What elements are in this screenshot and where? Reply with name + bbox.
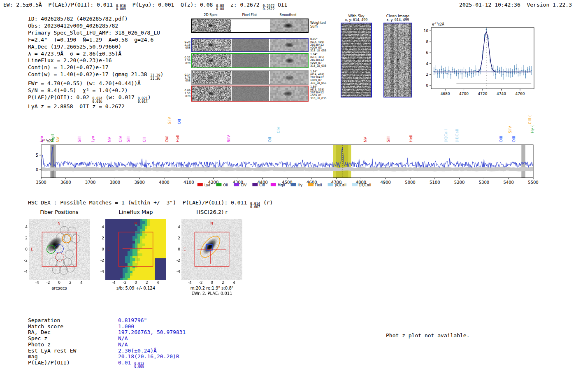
x-tick-label: -2 [197, 281, 205, 285]
fiber-xlabel: arcsecs [21, 286, 98, 290]
svg-text:OVI: OVI [165, 135, 169, 142]
line-labels: LyαMgIINVSiIILyαNVCIVSiIICIIOVISiIVHeIIO… [39, 115, 534, 142]
match-table-label: Match score [28, 324, 118, 330]
spec2d-left-value: 078 [183, 62, 190, 65]
zoom-spectrum-plot: 024681046804700472047404760e-17x2Å [420, 16, 576, 99]
match-table-row: Spec zN/A [28, 336, 186, 342]
svg-text:4000: 4000 [159, 180, 169, 185]
spec2d-cell-image [192, 86, 231, 101]
spec2d-cell-image [192, 39, 231, 51]
svg-text:CIV: CIV [118, 136, 123, 142]
info-line: S/N = 8.4(±0.5) χ² = 1.0(±0.2) [28, 87, 163, 94]
spec2d-row [191, 86, 309, 102]
with-sky-coords: x, y: 614, 499 [341, 18, 372, 22]
weighted-sum-label: WeightedSum [310, 21, 326, 28]
svg-text:SiII: SiII [126, 137, 130, 142]
plus-minus-stack: 21.3921.36 [150, 74, 160, 80]
plus-minus-stack: 0.0160.009 [116, 5, 126, 11]
svg-text:e-17x2Å: e-17x2Å [432, 22, 444, 26]
spec2d-cell-image [192, 54, 231, 67]
match-table-label: Separation [28, 318, 118, 324]
x-tick-label: 2 [66, 281, 74, 285]
y-tick-label: 0 [174, 247, 180, 251]
spec2d-row [191, 38, 309, 52]
spec2d-row-left-labels: 0.141.75058 [183, 74, 190, 82]
svg-text:4700: 4700 [459, 92, 469, 96]
svg-text:4900: 4900 [380, 180, 390, 185]
photz-note: Phot z plot not available. [386, 332, 470, 339]
info-line: P(LAE)/P(OII): 0.02 0.0240.016 (w: 0.017… [28, 94, 163, 103]
svg-text:Lyα: Lyα [39, 136, 44, 142]
clean-image-coords: x, y: 614, 499 [383, 18, 413, 22]
info-line: Cont(n) = 1.20(±0.07)e-17 [28, 64, 163, 71]
svg-text:4: 4 [426, 62, 428, 66]
svg-text:OIII: OIII [499, 136, 503, 142]
svg-text:Hγ: Hγ [298, 183, 302, 187]
spec2d-annotation-line: 318_LU_035 [310, 97, 330, 100]
x-tick-label: 2 [219, 281, 227, 285]
spec2d-cell-image [232, 39, 269, 51]
clean-image [383, 23, 412, 97]
svg-text:3600: 3600 [60, 180, 71, 185]
x-tick-label: 4 [230, 281, 238, 285]
plus-minus-stack: 0.0240.016 [93, 97, 102, 103]
spec2d-cell-image [270, 39, 308, 51]
svg-text:HeII: HeII [175, 135, 180, 142]
with-sky-panel: With Sky x, y: 614, 499 [341, 14, 372, 97]
match-table-row: RA, Dec197.266763, 50.979831 [28, 329, 186, 336]
svg-text:4720: 4720 [478, 92, 488, 96]
spec2d-left-value: 058 [183, 46, 190, 49]
svg-text:OII: OII [177, 119, 181, 124]
detection-info-block: ID: 4026285782 (4026285782.pdf)Obs: 2023… [28, 16, 163, 110]
full-spectrum-plot: 3500360037003800390040004100420043004400… [0, 108, 576, 193]
svg-text:MgII: MgII [50, 134, 55, 142]
spec2d-cell-image [192, 71, 231, 84]
svg-text:(H)CaII: (H)CaII [455, 129, 459, 142]
hsc-title: HSC(26.2) r [173, 209, 251, 215]
spec2d-row-left-labels: 0.091.55078 [183, 89, 190, 98]
hsc-xlabel: m:20.2 re:1.9" s:0.8" [173, 286, 251, 290]
timestamp-version: 2025-01-12 10:42:36 Version 1.22.3 [459, 2, 572, 8]
info-line: Cont(w) = 1.40(±0.02)e-17 (gmag 21.38 21… [28, 71, 163, 80]
svg-text:CIV: CIV [241, 183, 246, 187]
plus-minus-stack: 0.26720.2672 [262, 5, 274, 11]
x-tick-label: 0 [132, 281, 140, 285]
svg-text:4680: 4680 [441, 92, 450, 96]
hsc-image [181, 219, 242, 280]
fiber-positions-title: Fiber Positions [21, 209, 98, 215]
spec2d-cell-image [270, 86, 308, 101]
match-table-value: N/A [118, 341, 128, 348]
spec2d-cell-image [270, 71, 308, 84]
svg-text:5: 5 [36, 153, 38, 158]
hsc-xlabel2: EWr: 2. PLAE: 0.011 [173, 291, 251, 296]
match-table-row: mag20.18(20.16,20.20)R [28, 354, 186, 360]
svg-text:CIII: CIII [259, 183, 265, 187]
spec2d-cell-image [232, 19, 269, 32]
spec2d-cell-image [232, 54, 269, 67]
match-table-row: Match score1.000 [28, 324, 186, 330]
svg-text:5100: 5100 [430, 180, 440, 185]
match-table-row: Photo zN/A [28, 342, 186, 348]
fiber-positions-image [29, 219, 90, 280]
spec2d-cell-image [270, 54, 308, 67]
y-tick-label: 0 [21, 247, 28, 251]
spec2d-row [191, 53, 309, 68]
lineflux-xlabel: s/b: 5.09 +/- 0.124 [97, 286, 174, 290]
spec2d-row [191, 19, 309, 33]
y-tick-label: 4 [21, 225, 28, 229]
spec2d-annotation-line: 318_LU_055 [310, 82, 330, 85]
svg-text:(K)CaII: (K)CaII [444, 129, 448, 142]
x-tick-label: 0 [208, 281, 216, 285]
svg-text:CIV: CIV [276, 127, 281, 133]
x-tick-label: -2 [121, 281, 129, 285]
match-table-value: 197.266763, 50.979831 [118, 329, 186, 335]
x-tick-label: -2 [44, 281, 52, 285]
match-table-label: P(LAE)/P(OII) [28, 360, 118, 366]
y-tick-label: 4 [174, 225, 180, 229]
svg-text:4740: 4740 [497, 92, 506, 96]
spec2d-cell-image [270, 19, 308, 32]
svg-text:SiIV: SiIV [167, 117, 172, 124]
svg-text:SiII: SiII [77, 137, 81, 142]
svg-text:SiIV: SiIV [226, 135, 231, 142]
spec2d-row-left-labels: 0.221.39078 [183, 56, 190, 65]
